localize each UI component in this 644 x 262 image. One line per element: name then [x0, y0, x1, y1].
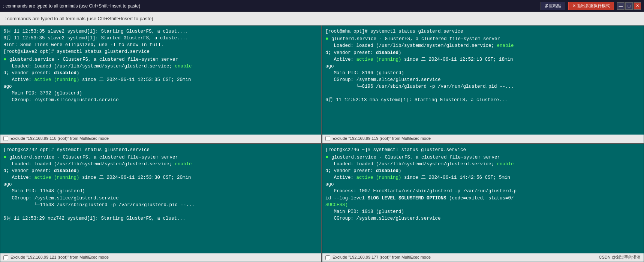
pane-top-right-footer: Exclude "192.168.99.119 (root)" from Mul…: [322, 135, 644, 143]
title-bar-controls: 多重粘贴 ✕ 退出多重执行模式 — □ ✕: [541, 2, 641, 10]
pane-top-left-footer: Exclude "192.168.99.118 (root)" from Mul…: [0, 135, 321, 143]
title-bar: : commands are typed to all terminals (u…: [0, 0, 644, 12]
terminal-content-bottom-left: [root@xcz742 opt]# systemctl status glus…: [3, 147, 318, 222]
exclude-checkbox-top-right[interactable]: [325, 136, 330, 141]
exclude-checkbox-bottom-left[interactable]: [3, 255, 8, 260]
exit-multi-exec-button[interactable]: ✕ 退出多重执行模式: [568, 2, 614, 10]
exclude-label-bottom-right: Exclude "192.168.99.177 (root)" from Mul…: [332, 255, 431, 261]
multi-paste-button[interactable]: 多重粘贴: [541, 2, 565, 10]
maximize-button[interactable]: □: [625, 2, 633, 10]
exclude-checkbox-bottom-right[interactable]: [325, 255, 330, 260]
terminal-grid: 6月 11 12:53:35 slave2 systemd[1]: Starti…: [0, 25, 644, 262]
pane-bottom-right[interactable]: [root@xcz746 ~]# systemctl status gluste…: [322, 144, 644, 262]
info-bar: : commands are typed to all terminals (u…: [0, 12, 644, 25]
pane-top-left[interactable]: 6月 11 12:53:35 slave2 systemd[1]: Starti…: [0, 25, 322, 144]
pane-bottom-left-footer: Exclude "192.168.99.121 (root)" from Mul…: [0, 253, 321, 262]
pane-bottom-right-footer: Exclude "192.168.99.177 (root)" from Mul…: [322, 253, 644, 262]
terminal-content-top-right: [root@mha opt]# systemctl status gluster…: [325, 28, 641, 104]
window-controls: — □ ✕: [617, 2, 641, 10]
minimize-button[interactable]: —: [617, 2, 625, 10]
terminal-content-top-left: 6月 11 12:53:35 slave2 systemd[1]: Starti…: [3, 28, 318, 104]
exclude-label-top-left: Exclude "192.168.99.118 (root)" from Mul…: [10, 136, 109, 142]
watermark: CSDN @划过手的泪滴: [599, 255, 641, 261]
pane-bottom-left[interactable]: [root@xcz742 opt]# systemctl status glus…: [0, 144, 322, 262]
info-text: : commands are typed to all terminals (u…: [4, 16, 153, 21]
exclude-label-bottom-left: Exclude "192.168.99.121 (root)" from Mul…: [10, 255, 109, 261]
close-button[interactable]: ✕: [634, 2, 641, 10]
pane-top-right[interactable]: [root@mha opt]# systemctl status gluster…: [322, 25, 644, 144]
terminal-content-bottom-right: [root@xcz746 ~]# systemctl status gluste…: [325, 147, 641, 222]
exclude-checkbox-top-left[interactable]: [3, 136, 8, 141]
exclude-label-top-right: Exclude "192.168.99.119 (root)" from Mul…: [332, 136, 431, 142]
title-bar-info: : commands are typed to all terminals (u…: [3, 3, 140, 9]
